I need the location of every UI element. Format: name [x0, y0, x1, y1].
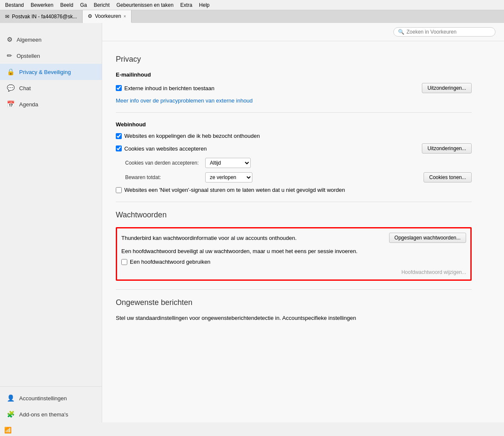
change-master-btn-partial: Hoofdwachtwoord wijzigen... [121, 269, 466, 275]
passwords-title: Wachtwoorden [116, 211, 472, 219]
spam-desc: Stel uw standaardinstellingen voor ongew… [116, 315, 472, 321]
wifi-icon: 📶 [4, 427, 11, 433]
sidebar-item-algemeen[interactable]: ⚙ Algemeen [0, 31, 102, 48]
sidebar-item-opstellen[interactable]: ✏ Opstellen [0, 48, 102, 64]
dnt-checkbox[interactable] [116, 187, 122, 193]
passwords-section: Wachtwoorden Thunderbird kan wachtwoordi… [116, 211, 472, 281]
more-info-row: Meer info over de privacyproblemen van e… [116, 97, 472, 104]
master-password-text: Een hoofdwachtwoord gebruiken [130, 259, 210, 265]
menu-extra[interactable]: Extra [177, 1, 196, 9]
dnt-row: Websites een 'Niet volgen'-signaal sture… [116, 187, 472, 193]
prefs-label: Voorkeuren [95, 13, 121, 19]
passwords-desc2: Een hoofdwachtwoord beveiligt al uw wach… [121, 248, 358, 254]
tab-inbox[interactable]: ✉ Postvak IN - fa440876@sk... [0, 10, 83, 23]
privacy-title: Privacy [116, 55, 472, 64]
saved-passwords-btn[interactable]: Opgeslagen wachtwoorden... [389, 233, 466, 243]
lock-icon: 🔒 [7, 68, 15, 76]
menu-bestand[interactable]: Bestand [2, 1, 27, 9]
divider-3 [116, 289, 472, 290]
external-content-text: Externe inhoud in berichten toestaan [124, 85, 215, 91]
master-password-checkbox[interactable] [121, 259, 127, 265]
content-inner: Privacy E-mailinhoud Externe inhoud in b… [102, 41, 485, 331]
tab-prefs[interactable]: ⚙ Voorkeuren × [83, 10, 132, 23]
sidebar-item-label: Opstellen [17, 53, 40, 59]
menubar: Bestand Bewerken Beeld Ga Bericht Gebeur… [0, 0, 504, 10]
sidebar-item-label: Privacy & Beveiliging [19, 69, 71, 75]
sidebar: ⚙ Algemeen ✏ Opstellen 🔒 Privacy & Bevei… [0, 23, 102, 422]
sidebar-bottom: 👤 Accountinstellingen 🧩 Add-ons en thema… [0, 386, 102, 422]
addon-icon: 🧩 [7, 410, 15, 418]
websites-remember-checkbox[interactable] [116, 133, 122, 139]
keep-until-select[interactable]: ze verlopen ik ze verwijder sessie [205, 172, 252, 182]
sidebar-spacer [0, 112, 102, 386]
sidebar-item-label: Algemeen [17, 37, 42, 43]
sidebar-item-label: Agenda [19, 101, 38, 108]
dnt-label[interactable]: Websites een 'Niet volgen'-signaal sture… [116, 187, 345, 193]
external-content-checkbox[interactable] [116, 85, 122, 91]
third-party-row: Cookies van derden accepteren: Altijd No… [116, 158, 472, 168]
tabbar: ✉ Postvak IN - fa440876@sk... ⚙ Voorkeur… [0, 10, 504, 23]
websites-remember-text: Websites en koppelingen die ik heb bezoc… [124, 133, 260, 139]
keep-until-row: Bewaren totdat: ze verlopen ik ze verwij… [116, 172, 472, 182]
third-party-label: Cookies van derden accepteren: [125, 160, 202, 166]
highlight-box: Thunderbird kan wachtwoordinformatie voo… [116, 227, 472, 281]
menu-help[interactable]: Help [196, 1, 213, 9]
more-info-link[interactable]: Meer info over de privacyproblemen van e… [116, 97, 253, 104]
menu-beeld[interactable]: Beeld [57, 1, 77, 9]
cookies-text: Cookies van websites accepteren [124, 145, 207, 152]
third-party-select[interactable]: Altijd Nooit Van bezochte [205, 158, 251, 168]
sidebar-item-label: Add-ons en thema's [19, 411, 68, 418]
websites-remember-label[interactable]: Websites en koppelingen die ik heb bezoc… [116, 133, 260, 139]
master-password-row: Een hoofdwachtwoord gebruiken [121, 259, 466, 265]
email-content-title: E-mailinhoud [116, 71, 472, 78]
web-content-title: Webinhoud [116, 121, 472, 128]
websites-remember-row: Websites en koppelingen die ik heb bezoc… [116, 133, 472, 139]
search-input[interactable] [407, 29, 491, 35]
pencil-icon: ✏ [7, 52, 12, 60]
change-password-partial: Hoofdwachtwoord wijzigen... [401, 269, 466, 275]
sidebar-item-chat[interactable]: 💬 Chat [0, 80, 102, 96]
search-bar-wrap: 🔍 [102, 23, 504, 41]
exceptions-btn-1[interactable]: Uitzonderingen... [422, 83, 472, 93]
keep-until-label: Bewaren totdat: [125, 174, 202, 180]
spam-section: Ongewenste berichten Stel uw standaardin… [116, 298, 472, 321]
menu-bewerken[interactable]: Bewerken [27, 1, 57, 9]
gear-icon: ⚙ [7, 36, 12, 43]
search-box[interactable]: 🔍 [393, 27, 495, 37]
menu-bericht[interactable]: Bericht [90, 1, 113, 9]
inbox-icon: ✉ [5, 14, 9, 20]
cookies-checkbox[interactable] [116, 145, 122, 151]
exceptions-btn-2[interactable]: Uitzonderingen... [422, 143, 472, 154]
sidebar-item-addons[interactable]: 🧩 Add-ons en thema's [0, 406, 102, 422]
main-layout: ⚙ Algemeen ✏ Opstellen 🔒 Privacy & Bevei… [0, 23, 504, 422]
show-cookies-btn[interactable]: Cookies tonen... [424, 172, 472, 182]
sidebar-item-label: Accountinstellingen [19, 395, 67, 402]
cookies-label[interactable]: Cookies van websites accepteren [116, 145, 207, 152]
passwords-desc1: Thunderbird kan wachtwoordinformatie voo… [121, 235, 297, 241]
prefs-icon: ⚙ [88, 13, 92, 19]
account-icon: 👤 [7, 394, 15, 402]
close-tab-icon[interactable]: × [123, 14, 126, 19]
dnt-text: Websites een 'Niet volgen'-signaal sture… [124, 187, 345, 193]
inbox-label: Postvak IN - fa440876@sk... [12, 14, 77, 20]
chat-icon: 💬 [7, 84, 15, 92]
sidebar-item-privacy[interactable]: 🔒 Privacy & Beveiliging [0, 64, 102, 80]
sidebar-item-account[interactable]: 👤 Accountinstellingen [0, 390, 102, 406]
menu-ga[interactable]: Ga [77, 1, 90, 9]
privacy-section: Privacy E-mailinhoud Externe inhoud in b… [116, 55, 472, 193]
passwords-desc-row: Thunderbird kan wachtwoordinformatie voo… [121, 233, 466, 243]
master-password-label[interactable]: Een hoofdwachtwoord gebruiken [121, 259, 210, 265]
external-content-row: Externe inhoud in berichten toestaan Uit… [116, 83, 472, 93]
divider-2 [116, 202, 472, 202]
passwords-desc2-row: Een hoofdwachtwoord beveiligt al uw wach… [121, 248, 466, 254]
menu-gebeurtenissen[interactable]: Gebeurtenissen en taken [113, 1, 177, 9]
external-content-label[interactable]: Externe inhoud in berichten toestaan [116, 85, 215, 91]
sidebar-item-label: Chat [19, 85, 31, 91]
content-area: 🔍 Privacy E-mailinhoud Externe inhoud in… [102, 23, 504, 422]
cookies-row: Cookies van websites accepteren Uitzonde… [116, 143, 472, 154]
spam-title: Ongewenste berichten [116, 298, 472, 307]
sidebar-item-agenda[interactable]: 📅 Agenda [0, 96, 102, 112]
divider-1 [116, 112, 472, 113]
search-icon: 🔍 [398, 29, 404, 35]
calendar-icon: 📅 [7, 100, 15, 108]
